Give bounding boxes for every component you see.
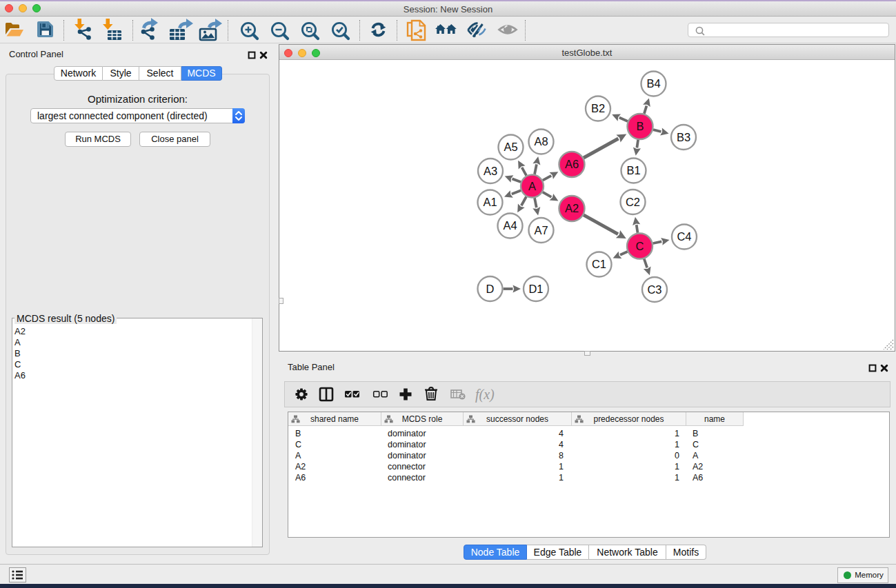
svg-text:B1: B1 bbox=[626, 164, 640, 176]
svg-text:A5: A5 bbox=[504, 141, 517, 153]
svg-text:A1: A1 bbox=[483, 196, 497, 208]
svg-text:B4: B4 bbox=[646, 77, 660, 90]
svg-text:C: C bbox=[636, 240, 644, 252]
svg-text:C3: C3 bbox=[647, 283, 661, 296]
svg-text:A4: A4 bbox=[503, 219, 517, 232]
svg-text:B2: B2 bbox=[591, 102, 605, 114]
svg-text:C2: C2 bbox=[626, 196, 640, 208]
svg-text:A7: A7 bbox=[534, 224, 548, 236]
svg-text:A2: A2 bbox=[565, 202, 579, 214]
svg-text:B: B bbox=[636, 120, 644, 132]
svg-text:A6: A6 bbox=[565, 158, 579, 170]
svg-text:A: A bbox=[528, 180, 536, 192]
svg-text:C4: C4 bbox=[677, 230, 691, 243]
svg-text:B3: B3 bbox=[677, 131, 690, 143]
svg-text:f(x): f(x) bbox=[475, 387, 495, 403]
svg-text:C1: C1 bbox=[592, 258, 606, 270]
svg-text:A8: A8 bbox=[534, 135, 548, 148]
svg-text:D1: D1 bbox=[528, 283, 543, 295]
svg-text:D: D bbox=[486, 283, 495, 295]
svg-text:A3: A3 bbox=[484, 165, 497, 177]
